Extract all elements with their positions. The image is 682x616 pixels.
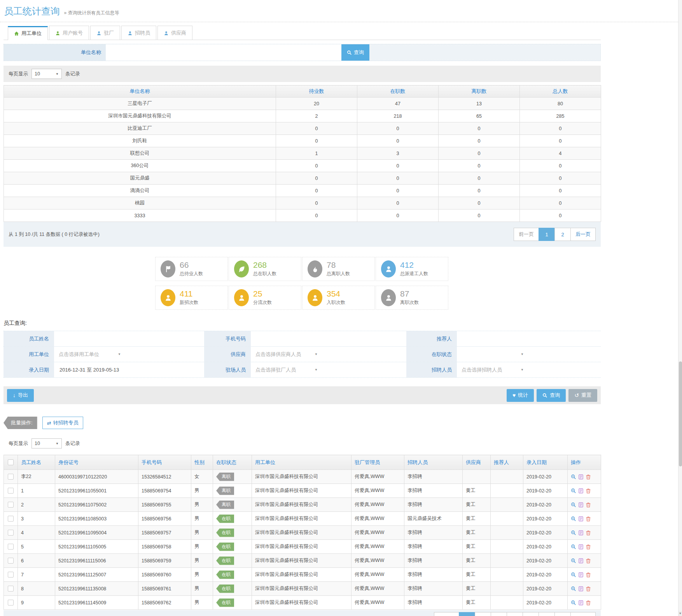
table-row[interactable]: 滴滴公司0000	[4, 185, 601, 197]
scrollbar-thumb[interactable]	[679, 361, 682, 466]
tab-stationed[interactable]: 驻厂	[90, 26, 120, 40]
page-button[interactable]: 42	[554, 612, 571, 616]
document-icon[interactable]	[578, 544, 584, 550]
column-header[interactable]: 操作	[568, 455, 601, 470]
trash-icon[interactable]	[586, 572, 591, 578]
row-checkbox[interactable]	[8, 516, 14, 522]
table-row[interactable]: 652012319961111500615885069759男在职深圳市国元鼎盛…	[4, 554, 601, 568]
page-button[interactable]: 2	[475, 612, 491, 616]
zoom-icon[interactable]	[571, 600, 576, 606]
site-staff-select[interactable]: 点击选择驻厂人员▼	[251, 362, 406, 377]
document-icon[interactable]	[578, 558, 584, 564]
column-header[interactable]: 待业数	[276, 86, 357, 98]
table-row[interactable]: 852012319961113500815885069761男在职深圳市国元鼎盛…	[4, 582, 601, 596]
phone-number-input[interactable]	[255, 335, 400, 342]
zoom-icon[interactable]	[571, 558, 576, 564]
trash-icon[interactable]	[586, 600, 591, 606]
column-header[interactable]: 录入日期	[523, 455, 568, 470]
zoom-icon[interactable]	[571, 544, 576, 550]
page-button[interactable]: 后一页	[570, 228, 596, 241]
column-header[interactable]: 身份证号	[55, 455, 138, 470]
document-icon[interactable]	[578, 586, 584, 592]
scrollbar-down-arrow[interactable]: ▼	[679, 611, 682, 616]
table-row[interactable]: 刘氏鞋0000	[4, 135, 601, 147]
document-icon[interactable]	[578, 572, 584, 578]
employment-status-select[interactable]: ▼	[457, 347, 601, 362]
table-row[interactable]: 352012319961108500315885069756男在职深圳市国元鼎盛…	[4, 512, 601, 526]
document-icon[interactable]	[578, 600, 584, 606]
document-icon[interactable]	[578, 502, 584, 508]
recruiter-select[interactable]: 点击选择招聘人员▼	[457, 362, 601, 377]
table-row[interactable]: 深圳市国元鼎盛科技有限公司221865285	[4, 110, 601, 122]
document-icon[interactable]	[578, 488, 584, 494]
page-button[interactable]: 3	[491, 612, 507, 616]
row-checkbox[interactable]	[8, 474, 14, 480]
statistics-button[interactable]: ♥ 统计	[507, 389, 534, 402]
table-row[interactable]: 三星电子厂20471380	[4, 98, 601, 110]
trash-icon[interactable]	[586, 474, 591, 480]
table-row[interactable]: 李2246000319971012202015326584512女离职深圳市国元…	[4, 470, 601, 484]
trash-icon[interactable]	[586, 544, 591, 550]
row-checkbox[interactable]	[8, 572, 14, 578]
trash-icon[interactable]	[586, 502, 591, 508]
table-row[interactable]: 552012319961110500515885069758男在职深圳市国元鼎盛…	[4, 540, 601, 554]
column-header[interactable]: 供应商	[463, 455, 491, 470]
column-header[interactable]: 性别	[191, 455, 213, 470]
page-button[interactable]: 2	[554, 228, 571, 241]
page-button[interactable]: 1	[539, 228, 555, 241]
page-button[interactable]: 后一页	[570, 612, 596, 616]
document-icon[interactable]	[578, 516, 584, 522]
referrer-field[interactable]	[457, 331, 601, 346]
column-header[interactable]: 总人数	[520, 86, 601, 98]
column-header[interactable]: 驻厂管理员	[351, 455, 404, 470]
column-header[interactable]: 离职数	[439, 86, 520, 98]
zoom-icon[interactable]	[571, 516, 576, 522]
trash-icon[interactable]	[586, 516, 591, 522]
page-button[interactable]: 5	[523, 612, 539, 616]
employee-name-input[interactable]	[59, 335, 198, 342]
reset-button[interactable]: ↺ 重置	[568, 389, 597, 402]
table-row[interactable]: 452012319961109500415885069757男在职深圳市国元鼎盛…	[4, 526, 601, 540]
export-button[interactable]: ↓ 导出	[7, 389, 34, 402]
phone-number-field[interactable]	[251, 331, 406, 346]
entry-date-input[interactable]	[59, 366, 198, 373]
trash-icon[interactable]	[586, 558, 591, 564]
tab-employing-unit[interactable]: 用工单位	[8, 26, 48, 40]
trash-icon[interactable]	[586, 530, 591, 536]
page-button[interactable]: 1	[459, 612, 475, 616]
table-row[interactable]: 952012319961114500915885069762男在职深圳市国元鼎盛…	[4, 596, 601, 610]
select-all-checkbox[interactable]	[8, 459, 14, 465]
zoom-icon[interactable]	[571, 586, 576, 592]
column-header[interactable]: 推荐人	[491, 455, 523, 470]
page-button[interactable]: 4	[507, 612, 523, 616]
column-header[interactable]: 在职状态	[213, 455, 252, 470]
unit-name-input[interactable]	[106, 44, 341, 61]
zoom-icon[interactable]	[571, 530, 576, 536]
referrer-input[interactable]	[462, 335, 595, 342]
column-header[interactable]: 单位名称	[4, 86, 276, 98]
scrollbar[interactable]: ▼	[678, 0, 682, 616]
row-checkbox[interactable]	[8, 600, 14, 606]
employing-unit-select[interactable]: 点击选择用工单位▼	[54, 347, 204, 362]
row-checkbox[interactable]	[8, 558, 14, 564]
per-page-select[interactable]: 10 ▼	[31, 438, 62, 448]
table-row[interactable]: 比亚迪工厂0000	[4, 122, 601, 135]
entry-date-field[interactable]	[54, 362, 204, 377]
column-header[interactable]: 用工单位	[252, 455, 351, 470]
column-header[interactable]: 员工姓名	[18, 455, 55, 470]
table-row[interactable]: 252012319961107500215885069755男离职深圳市国元鼎盛…	[4, 498, 601, 512]
per-page-select[interactable]: 10 ▼	[31, 69, 62, 79]
row-checkbox[interactable]	[8, 544, 14, 550]
table-row[interactable]: 752012319961112500715885069760男在职深圳市国元鼎盛…	[4, 568, 601, 582]
document-icon[interactable]	[578, 474, 584, 480]
row-checkbox[interactable]	[8, 586, 14, 592]
row-checkbox[interactable]	[8, 530, 14, 536]
column-header[interactable]: 招聘人员	[404, 455, 463, 470]
column-header[interactable]: 在职数	[357, 86, 439, 98]
tab-recruiter[interactable]: 招聘员	[121, 26, 156, 40]
table-row[interactable]: 联想公司1304	[4, 147, 601, 160]
column-header[interactable]: 手机号码	[138, 455, 191, 470]
transfer-recruiter-button[interactable]: ⇄ 转招聘专员	[42, 417, 83, 429]
tab-user-account[interactable]: 用户账号	[49, 26, 89, 40]
zoom-icon[interactable]	[571, 474, 576, 480]
